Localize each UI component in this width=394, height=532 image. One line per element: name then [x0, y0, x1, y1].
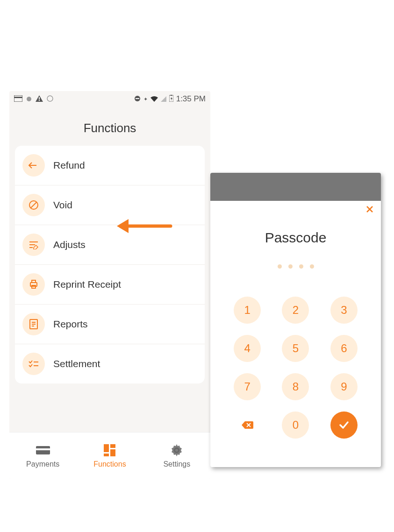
sync-icon — [47, 94, 53, 104]
function-adjusts[interactable]: Adjusts — [15, 225, 205, 265]
prohibit-icon — [22, 194, 45, 216]
passcode-dot — [278, 264, 282, 269]
printer-icon — [22, 273, 45, 296]
key-4[interactable]: 4 — [234, 335, 261, 362]
passcode-screen: Passcode 1 2 3 4 5 6 7 8 9 0 — [210, 173, 381, 467]
page-title: Functions — [9, 121, 210, 135]
svg-point-2 — [27, 97, 31, 101]
document-icon — [22, 313, 45, 335]
passcode-header-bar — [210, 173, 381, 201]
key-3[interactable]: 3 — [330, 297, 358, 324]
svg-rect-7 — [136, 98, 139, 99]
key-9[interactable]: 9 — [330, 373, 358, 400]
status-time: 1:35 PM — [176, 94, 206, 104]
edit-lines-icon — [22, 234, 45, 256]
function-label: Refund — [53, 160, 85, 171]
key-6[interactable]: 6 — [330, 335, 358, 362]
function-void[interactable]: Void — [15, 185, 205, 225]
svg-line-11 — [31, 202, 36, 208]
gear-icon — [169, 443, 185, 457]
svg-rect-25 — [36, 448, 50, 450]
battery-icon — [169, 94, 173, 104]
status-bar: ✦ 1:35 PM — [9, 91, 210, 107]
dot-icon — [26, 94, 32, 104]
svg-point-5 — [47, 96, 53, 101]
function-label: Reprint Receipt — [53, 279, 121, 290]
checklist-icon — [22, 353, 45, 375]
passcode-title: Passcode — [210, 230, 381, 246]
function-label: Adjusts — [53, 239, 86, 250]
svg-rect-0 — [14, 95, 22, 102]
annotation-arrow — [115, 214, 175, 240]
return-icon — [22, 154, 45, 177]
function-reports[interactable]: Reports — [15, 305, 205, 344]
nav-label: Settings — [163, 460, 190, 468]
grid-icon — [102, 443, 118, 457]
svg-rect-3 — [39, 97, 40, 99]
passcode-dot — [299, 264, 303, 269]
keypad: 1 2 3 4 5 6 7 8 9 0 — [230, 297, 361, 439]
function-label: Void — [53, 199, 72, 211]
dnd-icon — [134, 94, 141, 104]
svg-rect-29 — [110, 449, 115, 456]
svg-rect-9 — [171, 95, 172, 96]
function-label: Settlement — [53, 358, 100, 369]
card-icon — [14, 94, 22, 104]
key-8[interactable]: 8 — [282, 373, 309, 400]
passcode-dots — [210, 264, 381, 269]
svg-rect-27 — [110, 444, 115, 448]
svg-rect-26 — [104, 444, 109, 452]
function-reprint[interactable]: Reprint Receipt — [15, 265, 205, 305]
functions-list: Refund Void Adjusts Reprint Receipt Repo… — [15, 146, 205, 383]
svg-rect-16 — [32, 280, 36, 283]
nav-settings[interactable]: Settings — [143, 433, 210, 479]
wifi-icon — [150, 94, 158, 104]
signal-icon — [161, 94, 166, 104]
key-1[interactable]: 1 — [234, 297, 261, 324]
function-refund[interactable]: Refund — [15, 146, 205, 185]
card-icon — [35, 443, 51, 457]
key-5[interactable]: 5 — [282, 335, 309, 362]
bottom-nav: Payments Functions Settings — [9, 432, 210, 479]
key-2[interactable]: 2 — [282, 297, 309, 324]
function-settlement[interactable]: Settlement — [15, 344, 205, 383]
svg-rect-28 — [104, 454, 109, 456]
key-7[interactable]: 7 — [234, 373, 261, 400]
key-0[interactable]: 0 — [282, 411, 309, 439]
function-label: Reports — [53, 319, 88, 330]
svg-rect-1 — [14, 97, 22, 98]
nav-payments[interactable]: Payments — [9, 433, 76, 479]
nav-label: Payments — [26, 460, 59, 468]
functions-screen: ✦ 1:35 PM Functions Refund Void Adjusts — [9, 91, 210, 479]
passcode-dot — [288, 264, 293, 269]
bt-icon: ✦ — [143, 96, 148, 102]
key-confirm[interactable] — [330, 411, 358, 439]
nav-functions[interactable]: Functions — [76, 433, 143, 479]
warning-icon — [36, 94, 43, 104]
svg-rect-4 — [39, 100, 40, 101]
nav-label: Functions — [93, 460, 126, 468]
key-backspace[interactable] — [234, 411, 261, 439]
close-button[interactable] — [366, 206, 373, 215]
passcode-dot — [310, 264, 314, 269]
